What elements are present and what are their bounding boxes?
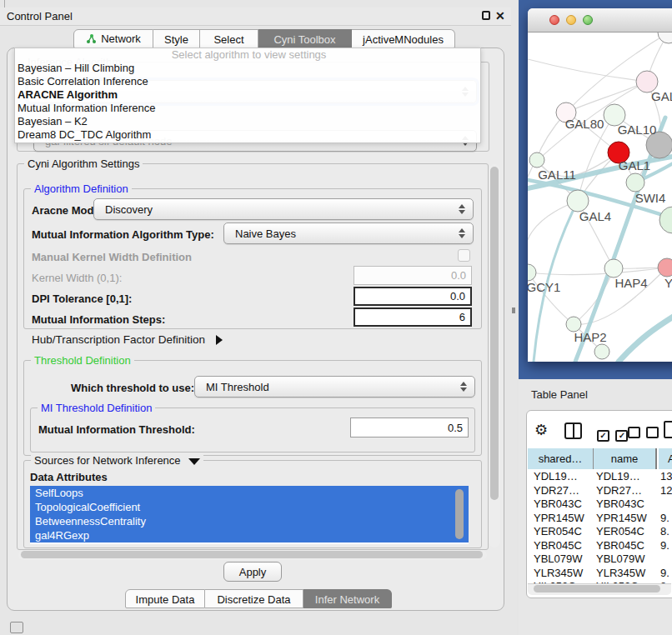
cell-shared-name: YBR043C bbox=[534, 498, 594, 510]
apply-button[interactable]: Apply bbox=[223, 562, 282, 582]
dropdown-item-selected[interactable]: ARACNE Algorithm bbox=[15, 88, 480, 102]
dropdown-item[interactable]: Basic Correlation Inference bbox=[15, 75, 480, 88]
kernel-width-field[interactable]: 0.0 bbox=[354, 266, 472, 285]
manual-kernel-label: Manual Kernel Width Definition bbox=[32, 251, 192, 263]
minimize-window-icon[interactable] bbox=[566, 15, 576, 25]
tab-discretize-data[interactable]: Discretize Data bbox=[205, 589, 303, 608]
table-row[interactable]: YBR045C YBR045C 9. bbox=[528, 538, 672, 552]
node-label: HAP4 bbox=[614, 276, 647, 290]
cell-name: YDR27… bbox=[596, 484, 656, 497]
column-header-partial[interactable]: A bbox=[659, 448, 672, 469]
network-node[interactable] bbox=[658, 32, 672, 43]
mi-steps-field[interactable]: 6 bbox=[354, 308, 472, 327]
dropdown-item[interactable]: Bayesian – K2 bbox=[15, 115, 480, 128]
column-header-shared-name[interactable]: shared… bbox=[528, 448, 594, 469]
checked-box-icon: ✓ bbox=[597, 430, 609, 442]
node-label: GAL bbox=[651, 89, 672, 103]
network-node[interactable] bbox=[529, 152, 544, 168]
attributes-scrollbar-thumb[interactable] bbox=[455, 489, 464, 539]
threshold-definition-title: Threshold Definition bbox=[31, 354, 134, 367]
attribute-list-item[interactable]: TopologicalCoefficient bbox=[30, 500, 469, 514]
cyni-algorithm-settings-title: Cyni Algorithm Settings bbox=[24, 158, 143, 170]
combo-arrows-icon bbox=[459, 228, 465, 238]
network-window: GAL GAL80 GAL10 GAL1 GAL11 SWI4 GAL4 HAP… bbox=[528, 8, 672, 361]
which-threshold-combobox[interactable]: MI Threshold bbox=[194, 376, 475, 398]
table-row[interactable]: YDL19… YDL19… 13 bbox=[528, 469, 672, 483]
tab-cyni-toolbox[interactable]: Cyni Toolbox bbox=[258, 29, 352, 48]
unchecked-box-icon bbox=[646, 427, 659, 438]
manual-kernel-checkbox[interactable] bbox=[458, 249, 470, 262]
window-edge-artifact bbox=[4, 0, 5, 8]
tab-select[interactable]: Select bbox=[200, 29, 258, 48]
float-window-icon[interactable] bbox=[482, 11, 490, 20]
cell-value: 12 bbox=[660, 484, 672, 497]
tab-network[interactable]: Network bbox=[73, 29, 153, 48]
close-window-icon[interactable] bbox=[549, 15, 559, 25]
dpi-tolerance-field[interactable]: 0.0 bbox=[354, 287, 472, 306]
network-node[interactable] bbox=[626, 173, 644, 192]
table-settings-gear-icon[interactable]: ⚙ bbox=[534, 421, 548, 439]
close-panel-icon[interactable]: ✕ bbox=[495, 9, 505, 22]
settings-scrollbar-thumb[interactable] bbox=[490, 167, 499, 500]
cell-name: YLR345W bbox=[596, 567, 656, 579]
mi-threshold-field[interactable]: 0.5 bbox=[350, 418, 469, 438]
table-row[interactable]: YDR27… YDR27… 12 bbox=[528, 483, 672, 498]
attribute-list-item[interactable]: BetweennessCentrality bbox=[30, 514, 469, 528]
table-row[interactable]: YBR043C YBR043C bbox=[528, 497, 672, 511]
cell-value: 13 bbox=[660, 470, 672, 482]
table-row[interactable]: YER054C YER054C 8. bbox=[528, 524, 672, 538]
hub-section-toggle[interactable]: Hub/Transcription Factor Definition bbox=[32, 333, 223, 346]
mi-type-combobox[interactable]: Naive Bayes bbox=[223, 222, 474, 244]
select-all-columns-icon[interactable]: ✓ ✓ bbox=[597, 427, 628, 442]
attribute-list-item[interactable]: gal4RGexp bbox=[30, 528, 469, 542]
cell-shared-name: YLR345W bbox=[534, 567, 594, 579]
network-node[interactable] bbox=[604, 259, 623, 278]
cell-name: YBR043C bbox=[596, 498, 656, 510]
column-header-name[interactable]: name bbox=[594, 448, 657, 469]
aracne-mode-value: Discovery bbox=[105, 203, 153, 216]
network-node[interactable] bbox=[659, 207, 672, 233]
tab-style[interactable]: Style bbox=[153, 29, 200, 48]
network-icon bbox=[86, 33, 97, 44]
dropdown-item[interactable]: Bayesian – Hill Climbing bbox=[15, 62, 480, 75]
table-row[interactable]: YBL079W YBL079W bbox=[528, 552, 672, 566]
node-label: GAL11 bbox=[538, 168, 576, 182]
node-label: SWI4 bbox=[635, 191, 666, 205]
table-row[interactable]: YPR145W YPR145W 9. bbox=[528, 511, 672, 525]
cell-shared-name: YDR27… bbox=[534, 484, 594, 497]
mi-type-value: Naive Bayes bbox=[235, 228, 296, 240]
table-row[interactable]: YLR345W YLR345W 9. bbox=[528, 566, 672, 580]
network-node[interactable] bbox=[658, 258, 672, 277]
attribute-list-item[interactable]: SelfLoops bbox=[30, 486, 469, 500]
network-edge bbox=[528, 160, 536, 272]
network-graph-canvas[interactable]: GAL GAL80 GAL10 GAL1 GAL11 SWI4 GAL4 HAP… bbox=[528, 32, 672, 362]
cell-name: YBR045C bbox=[596, 539, 656, 552]
control-panel-bottom-tabbar: Impute Data Discretize Data Infer Networ… bbox=[125, 589, 392, 608]
dpi-tolerance-label: DPI Tolerance [0,1]: bbox=[32, 292, 132, 305]
mi-threshold-group-title: MI Threshold Definition bbox=[38, 402, 155, 414]
collapsed-arrow-icon bbox=[216, 335, 223, 345]
docked-panel-icon[interactable] bbox=[10, 622, 23, 633]
network-node[interactable] bbox=[528, 264, 536, 281]
node-label: GCY1 bbox=[528, 280, 560, 294]
splitter-grip[interactable] bbox=[512, 308, 515, 313]
network-window-titlebar[interactable] bbox=[528, 8, 672, 32]
split-panel-icon[interactable] bbox=[564, 422, 582, 439]
sources-section-toggle[interactable]: Sources for Network Inference bbox=[31, 454, 203, 467]
tab-jactivemnodules[interactable]: jActiveMNodules bbox=[352, 29, 455, 48]
new-table-icon[interactable] bbox=[664, 421, 672, 438]
aracne-mode-combobox[interactable]: Discovery bbox=[93, 198, 474, 220]
network-node[interactable] bbox=[594, 344, 609, 359]
node-label: GAL80 bbox=[565, 117, 604, 131]
cell-name: YER054C bbox=[596, 525, 656, 538]
tab-impute-data[interactable]: Impute Data bbox=[125, 589, 205, 608]
unselect-all-columns-icon[interactable] bbox=[628, 427, 659, 442]
table-hscrollbar-thumb[interactable] bbox=[534, 585, 660, 592]
algorithm-dropdown-popup: Select algorithm to view settings Bayesi… bbox=[14, 48, 481, 143]
dropdown-item[interactable]: Dream8 DC_TDC Algorithm bbox=[15, 128, 480, 142]
settings-hscrollbar-thumb[interactable] bbox=[21, 551, 483, 558]
zoom-window-icon[interactable] bbox=[583, 15, 593, 25]
cell-value: 8. bbox=[660, 525, 672, 538]
dropdown-item[interactable]: Mutual Information Inference bbox=[15, 102, 480, 115]
tab-infer-network[interactable]: Infer Network bbox=[303, 589, 392, 608]
